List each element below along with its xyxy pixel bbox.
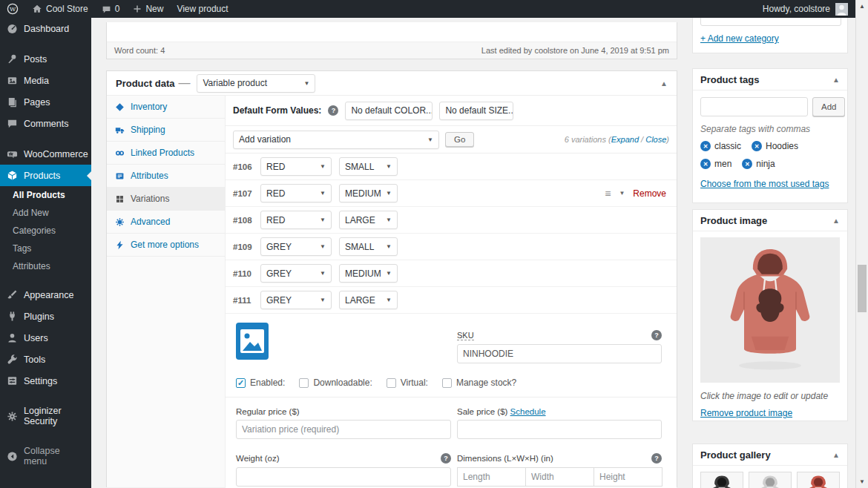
go-button[interactable]: Go bbox=[445, 132, 474, 147]
sidebar-item-comments[interactable]: Comments bbox=[0, 113, 91, 134]
product-data-panel: Product data — Variable product ▼ ▲ Inve… bbox=[106, 70, 677, 487]
tab-inventory[interactable]: Inventory bbox=[107, 96, 225, 119]
sidebar-item-plugins[interactable]: Plugins bbox=[0, 306, 91, 327]
sidebar-item-products[interactable]: Products bbox=[0, 165, 91, 186]
product-data-header: Product data — Variable product ▼ ▲ bbox=[107, 71, 677, 96]
sidebar-item-posts[interactable]: Posts bbox=[0, 48, 91, 70]
link-icon bbox=[115, 148, 125, 158]
panel-collapse-icon[interactable]: ▲ bbox=[832, 217, 840, 225]
help-icon[interactable]: ? bbox=[441, 453, 451, 464]
sidebar-item-tags[interactable]: Tags bbox=[0, 240, 91, 257]
tab-linked-products[interactable]: Linked Products bbox=[107, 142, 225, 165]
tag-input[interactable] bbox=[700, 97, 808, 116]
sidebar-item-pages[interactable]: Pages bbox=[0, 91, 91, 113]
wordpress-logo-menu[interactable]: W bbox=[0, 0, 25, 18]
default-size-select[interactable]: No default SIZE... ▼ bbox=[439, 102, 513, 120]
regular-price-input[interactable] bbox=[236, 420, 451, 439]
length-input[interactable] bbox=[457, 467, 526, 487]
gallery-image-grey-hoodie[interactable] bbox=[749, 472, 792, 488]
height-input[interactable] bbox=[594, 467, 662, 487]
close-link[interactable]: Close bbox=[645, 135, 666, 144]
product-image-thumbnail[interactable] bbox=[700, 237, 840, 383]
view-product-menu[interactable]: View product bbox=[170, 0, 234, 18]
gallery-image-red-hoodie[interactable] bbox=[797, 472, 840, 488]
panel-collapse-icon[interactable]: ▲ bbox=[832, 451, 840, 459]
panel-collapse-icon[interactable]: ▲ bbox=[660, 79, 668, 88]
remove-tag-icon[interactable]: ✕ bbox=[752, 141, 762, 151]
avatar[interactable] bbox=[835, 3, 848, 16]
remove-product-image-link[interactable]: Remove product image bbox=[700, 408, 792, 418]
variation-color-select[interactable]: GREY▼ bbox=[260, 237, 332, 256]
manage-stock-checkbox[interactable]: Manage stock? bbox=[442, 377, 516, 388]
weight-input[interactable] bbox=[236, 467, 451, 487]
sidebar-item-attributes[interactable]: Attributes bbox=[0, 257, 91, 275]
add-variation-select[interactable]: Add variation ▼ bbox=[233, 131, 439, 149]
scroll-up-arrow[interactable]: ▲ bbox=[856, 3, 868, 10]
sidebar-item-dashboard[interactable]: Dashboard bbox=[0, 18, 91, 39]
most-used-tags-link[interactable]: Choose from the most used tags bbox=[700, 179, 829, 189]
drag-handle-icon[interactable]: ≡ bbox=[605, 188, 611, 200]
virtual-checkbox[interactable]: Virtual: bbox=[387, 377, 428, 388]
variation-color-select[interactable]: RED▼ bbox=[260, 184, 332, 202]
page-scrollbar[interactable]: ▲ ▼ bbox=[855, 0, 868, 488]
editor-content-area[interactable] bbox=[107, 22, 677, 42]
sidebar-item-add-new[interactable]: Add New bbox=[0, 204, 91, 222]
sidebar-item-users[interactable]: Users bbox=[0, 327, 91, 349]
remove-tag-icon[interactable]: ✕ bbox=[700, 159, 711, 169]
enabled-checkbox[interactable]: Enabled: bbox=[236, 377, 285, 388]
tag-label: men bbox=[714, 159, 731, 169]
sidebar-item-collapse-menu[interactable]: Collapse menu bbox=[0, 441, 91, 472]
add-new-category-link[interactable]: + Add new category bbox=[700, 33, 779, 44]
sidebar-item-loginizer-security[interactable]: Loginizer Security bbox=[0, 400, 91, 432]
tab-get-more-options[interactable]: Get more options bbox=[107, 234, 225, 257]
variation-image-button[interactable] bbox=[236, 323, 269, 360]
sidebar-item-tools[interactable]: Tools bbox=[0, 349, 91, 370]
help-icon[interactable]: ? bbox=[328, 105, 338, 116]
schedule-link[interactable]: Schedule bbox=[510, 407, 546, 416]
sidebar-item-appearance[interactable]: Appearance bbox=[0, 284, 91, 306]
sidebar-item-categories[interactable]: Categories bbox=[0, 222, 91, 240]
tab-attributes[interactable]: Attributes bbox=[107, 165, 225, 188]
remove-tag-icon[interactable]: ✕ bbox=[742, 159, 752, 169]
remove-variation-link[interactable]: Remove bbox=[633, 188, 666, 199]
comments-menu[interactable]: 0 bbox=[95, 0, 127, 18]
sidebar-item-woocommerce[interactable]: WooCommerce bbox=[0, 143, 91, 165]
scrollbar-thumb[interactable] bbox=[858, 265, 867, 312]
site-name-menu[interactable]: Cool Store bbox=[25, 0, 95, 18]
tab-shipping[interactable]: Shipping bbox=[107, 119, 225, 142]
sidebar-item-media[interactable]: Media bbox=[0, 70, 91, 91]
sku-input[interactable] bbox=[457, 344, 662, 363]
scroll-down-arrow[interactable]: ▼ bbox=[856, 478, 868, 485]
help-icon[interactable]: ? bbox=[651, 453, 662, 464]
variation-color-select[interactable]: GREY▼ bbox=[260, 291, 332, 309]
chevron-down-icon: ▼ bbox=[386, 297, 392, 303]
variation-size-select[interactable]: LARGE▼ bbox=[339, 291, 398, 309]
variation-size-select[interactable]: MEDIUM▼ bbox=[339, 184, 398, 202]
panel-collapse-icon[interactable]: ▲ bbox=[832, 76, 840, 84]
variation-color-select[interactable]: GREY▼ bbox=[260, 264, 332, 283]
howdy-account-menu[interactable]: Howdy, coolstore bbox=[763, 4, 830, 14]
width-input[interactable] bbox=[525, 467, 594, 487]
sale-price-input[interactable] bbox=[457, 420, 662, 439]
sidebar-item-all-products[interactable]: All Products bbox=[0, 186, 91, 204]
help-icon[interactable]: ? bbox=[651, 330, 662, 340]
default-color-select[interactable]: No default COLOR... ▼ bbox=[345, 102, 433, 120]
gallery-image-black-hoodie[interactable] bbox=[700, 472, 743, 488]
color-value: GREY bbox=[266, 268, 292, 279]
expand-variation-icon[interactable]: ▼ bbox=[619, 190, 625, 197]
variation-size-select[interactable]: MEDIUM▼ bbox=[339, 264, 398, 283]
product-type-select[interactable]: Variable product ▼ bbox=[197, 74, 315, 93]
new-content-menu[interactable]: New bbox=[126, 0, 170, 18]
tab-advanced[interactable]: Advanced bbox=[107, 211, 225, 234]
variation-color-select[interactable]: RED▼ bbox=[260, 211, 332, 229]
sidebar-item-settings[interactable]: Settings bbox=[0, 370, 91, 392]
variation-size-select[interactable]: SMALL▼ bbox=[339, 237, 398, 256]
add-tag-button[interactable]: Add bbox=[812, 97, 845, 116]
tab-variations[interactable]: Variations bbox=[107, 188, 225, 211]
downloadable-checkbox[interactable]: Downloadable: bbox=[299, 377, 372, 388]
expand-link[interactable]: Expand bbox=[611, 135, 639, 144]
remove-tag-icon[interactable]: ✕ bbox=[700, 141, 711, 151]
variation-color-select[interactable]: RED▼ bbox=[260, 157, 332, 176]
variation-size-select[interactable]: SMALL▼ bbox=[339, 157, 398, 176]
variation-size-select[interactable]: LARGE▼ bbox=[339, 211, 398, 229]
